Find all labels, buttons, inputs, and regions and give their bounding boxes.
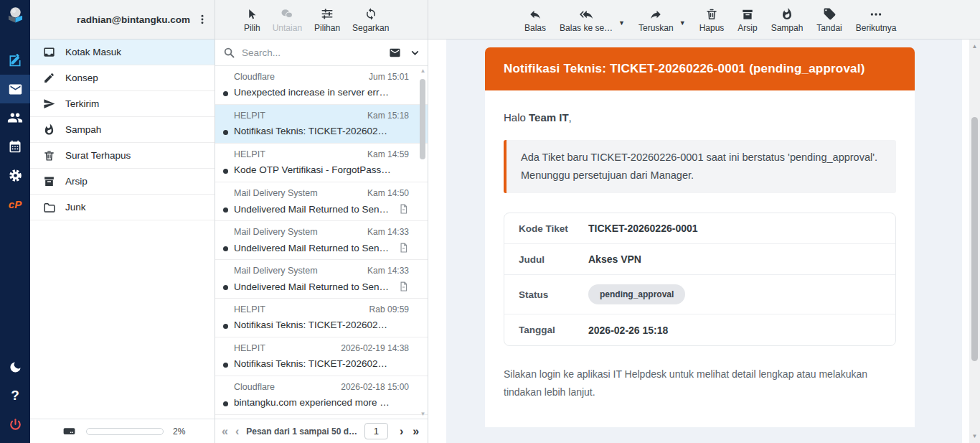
folder-item-inbox[interactable]: Kotak Masuk	[30, 39, 215, 65]
refresh-button[interactable]: Segarkan	[352, 6, 389, 33]
unread-dot	[223, 363, 228, 368]
calendar-icon[interactable]	[0, 132, 30, 161]
quota-bar-row: 2%	[30, 419, 215, 443]
folder-item-sent[interactable]: Terkirim	[30, 91, 215, 117]
unread-dot	[223, 246, 228, 251]
email-subject-banner: Notifikasi Teknis: TICKET-20260226-0001 …	[485, 47, 915, 90]
junk-label: Sampah	[771, 23, 804, 33]
message-row[interactable]: Mail Delivery SystemKam 14:33 Undelivere…	[215, 221, 428, 260]
search-options-chevron-down-icon[interactable]	[410, 48, 420, 57]
message-row-selected[interactable]: HELPITKam 15:18 Notifikasi Teknis: TICKE…	[215, 105, 428, 144]
message-list-scrollbar[interactable]: ▲ ▼	[419, 67, 427, 417]
search-scope-envelope-icon[interactable]	[388, 47, 402, 59]
refresh-icon	[364, 6, 377, 21]
folder-label: Surat Terhapus	[65, 150, 131, 161]
message-sender: HELPIT	[234, 304, 265, 314]
forward-icon	[649, 6, 663, 21]
message-row[interactable]: Mail Delivery SystemKam 14:50 Undelivere…	[215, 182, 428, 221]
scroll-up-arrow-icon[interactable]: ▲	[969, 43, 980, 50]
account-header: radhian@bintangku.com	[30, 0, 215, 39]
last-page-button[interactable]: »	[413, 426, 419, 437]
message-row[interactable]: HELPIT2026-02-19 14:38 Notifikasi Teknis…	[215, 337, 428, 376]
message-row[interactable]: Mail Delivery SystemKam 14:33 Undelivere…	[215, 260, 428, 299]
message-sender: HELPIT	[234, 149, 265, 159]
scroll-up-arrow-icon[interactable]: ▲	[419, 67, 427, 74]
message-date: Kam 14:33	[367, 266, 409, 276]
first-page-button[interactable]: «	[222, 426, 228, 437]
nav-rail: cP ?	[0, 0, 30, 443]
email-card: Notifikasi Teknis: TICKET-20260226-0001 …	[485, 47, 915, 427]
unread-dot	[223, 324, 228, 329]
forward-caret-icon[interactable]: ▼	[679, 19, 686, 27]
compose-icon[interactable]	[0, 46, 30, 75]
pencil-icon	[42, 72, 56, 84]
archive-button[interactable]: Arsip	[738, 6, 757, 33]
folder-item-drafts[interactable]: Konsep	[30, 65, 215, 91]
more-button[interactable]: Berikutnya	[856, 6, 897, 33]
reply-icon	[528, 6, 542, 21]
attachment-file-icon	[398, 203, 409, 215]
quota-percent: 2%	[173, 426, 185, 437]
select-button[interactable]: Pilih	[244, 6, 260, 33]
folder-item-deleted[interactable]: Surat Terhapus	[30, 143, 215, 169]
message-subject: Notifikasi Teknis: TICKET-202602…	[234, 320, 387, 330]
dark-mode-moon-icon[interactable]	[0, 353, 30, 381]
sliders-icon	[320, 6, 334, 21]
reply-button[interactable]: Balas	[524, 6, 546, 33]
next-page-button[interactable]: ›	[400, 426, 403, 437]
message-row[interactable]: CloudflareJum 15:01 Unexpected increase …	[215, 66, 428, 105]
unread-dot	[223, 91, 228, 96]
webmail-app: cP ? radhian@bintangku.com	[0, 0, 980, 443]
cpanel-icon[interactable]: cP	[0, 190, 30, 218]
ticket-details-table: Kode Tiket TICKET-20260226-0001 Judul Ak…	[504, 213, 896, 346]
email-footer-note: Silakan login ke aplikasi IT Helpdesk un…	[504, 365, 895, 401]
message-row[interactable]: Cloudflare2026-02-18 15:00 bintangku.com…	[215, 376, 428, 415]
search-input[interactable]	[242, 47, 382, 58]
mail-nav-icon[interactable]	[0, 75, 30, 103]
scroll-down-arrow-icon[interactable]: ▼	[419, 411, 427, 417]
settings-gear-icon[interactable]	[0, 161, 30, 190]
trash-icon	[705, 6, 718, 21]
folder-item-junk[interactable]: Sampah	[30, 117, 215, 143]
reply-all-button[interactable]: Balas ke se…	[560, 6, 613, 33]
message-row[interactable]: HELPITKam 14:59 Kode OTP Vertifikasi - F…	[215, 144, 428, 182]
mark-button[interactable]: Tandai	[816, 6, 842, 33]
mail-toolbar: Balas Balas ke se… ▼ Teruskan ▼ Hap	[428, 0, 980, 39]
message-date: Kam 15:18	[367, 111, 409, 121]
message-date: 2026-02-18 15:00	[341, 382, 409, 392]
options-button[interactable]: Pilihan	[314, 6, 340, 33]
threads-label: Untaian	[273, 23, 302, 33]
scrollbar-thumb[interactable]	[420, 79, 425, 159]
delete-button[interactable]: Hapus	[699, 6, 725, 33]
scroll-down-arrow-icon[interactable]: ▼	[969, 433, 980, 439]
help-icon[interactable]: ?	[0, 381, 30, 410]
cursor-icon	[246, 6, 258, 21]
detail-row-tanggal: Tanggal 2026-02-26 15:18	[504, 314, 895, 345]
unread-dot	[223, 207, 228, 213]
forward-button[interactable]: Teruskan	[639, 6, 674, 33]
folder-item-junk2[interactable]: Junk	[30, 195, 215, 220]
logout-power-icon[interactable]	[0, 410, 30, 439]
options-label: Pilihan	[314, 23, 340, 33]
threads-button[interactable]: Untaian	[273, 6, 302, 33]
contacts-icon[interactable]	[0, 103, 30, 132]
detail-label: Judul	[519, 254, 588, 265]
prev-page-button[interactable]: ‹	[235, 426, 239, 437]
search-icon	[223, 47, 235, 59]
mail-body-view: Notifikasi Teknis: TICKET-20260226-0001 …	[428, 39, 980, 443]
reply-all-caret-icon[interactable]: ▼	[618, 19, 625, 27]
mail-view-scrollbar[interactable]: ▲ ▼	[969, 39, 980, 443]
message-date: 2026-02-19 14:38	[341, 343, 409, 353]
scrollbar-thumb[interactable]	[971, 117, 978, 361]
message-row[interactable]: HELPITRab 09:59 Notifikasi Teknis: TICKE…	[215, 299, 428, 337]
disk-icon	[62, 424, 77, 439]
folder-item-archive[interactable]: Arsip	[30, 169, 215, 195]
folder-icon	[42, 201, 56, 214]
message-date: Kam 14:59	[367, 149, 409, 159]
page-number-input[interactable]	[364, 423, 388, 439]
junk-button[interactable]: Sampah	[771, 6, 804, 33]
reply-label: Balas	[524, 23, 546, 33]
account-menu-kebab-icon[interactable]	[195, 11, 209, 27]
message-date: Jum 15:01	[369, 72, 409, 82]
tag-icon	[823, 6, 837, 21]
